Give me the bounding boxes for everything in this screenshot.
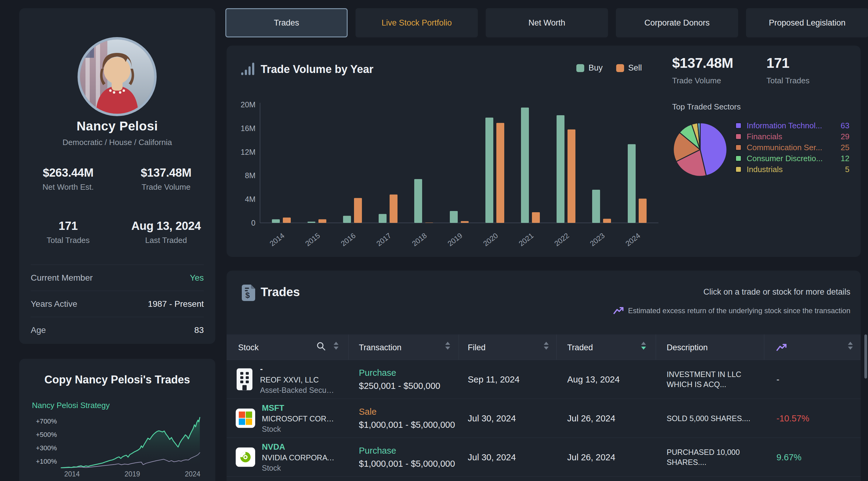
page-scrollbar-thumb[interactable] xyxy=(864,334,867,379)
nvidia-logo-icon xyxy=(236,448,255,467)
sector-legend-item-financials: Financials29 xyxy=(735,132,851,141)
table-row-msft[interactable]: MSFTMICROSOFT CORPORA...StockSale$1,000,… xyxy=(226,399,861,438)
tab-trades[interactable]: Trades xyxy=(225,8,348,37)
stat-value: $263.44M xyxy=(19,166,117,180)
sector-label: Industrials xyxy=(747,165,832,174)
column-divider xyxy=(348,334,348,360)
table-row-reof[interactable]: -REOF XXVI, LLCAsset-Backed Securiti...P… xyxy=(226,360,861,399)
big-stat-value: 171 xyxy=(767,55,810,71)
tab-proposed-legislation[interactable]: Proposed Legislation xyxy=(746,8,868,37)
svg-text:2019: 2019 xyxy=(124,470,140,478)
column-divider xyxy=(656,334,656,360)
building-icon xyxy=(236,368,253,391)
transaction-type: Purchase xyxy=(359,368,440,378)
filed-date: Sep 11, 2024 xyxy=(468,374,520,384)
transaction-type: Sale xyxy=(359,407,455,417)
transaction-type: Purchase xyxy=(359,446,455,456)
volume-chart-title: Trade Volume by Year xyxy=(261,63,373,76)
svg-text:2021: 2021 xyxy=(517,231,535,248)
column-header-description: Description xyxy=(666,343,708,352)
detail-value: 1987 - Present xyxy=(148,299,204,309)
politician-name: Nancy Pelosi xyxy=(19,119,215,133)
sort-toggle-return[interactable] xyxy=(848,342,853,350)
sort-toggle-transaction[interactable] xyxy=(445,342,450,350)
tab-net-worth[interactable]: Net Worth xyxy=(486,8,608,37)
stock-type: Asset-Backed Securiti... xyxy=(260,386,336,394)
search-icon[interactable] xyxy=(317,342,326,351)
svg-text:$: $ xyxy=(245,291,250,300)
transaction-cell: Sale$1,000,001 - $5,000,000 xyxy=(359,407,455,430)
sector-count: 25 xyxy=(832,143,849,152)
column-header-traded[interactable]: Traded xyxy=(567,343,593,352)
svg-text:20M: 20M xyxy=(241,100,255,109)
stat-label: Last Traded xyxy=(117,236,215,245)
sector-label: Consumer Discretio... xyxy=(747,154,832,163)
stock-text: MSFTMICROSOFT CORPORA...Stock xyxy=(262,403,338,433)
column-header-stock[interactable]: Stock xyxy=(238,343,259,352)
stock-text: NVDANVIDIA CORPORATION ...Stock xyxy=(262,442,338,472)
sector-legend-item-consumer-discretio-: Consumer Discretio...12 xyxy=(735,154,851,163)
top-sectors-title: Top Traded Sectors xyxy=(672,102,741,111)
sector-label: Information Technol... xyxy=(747,121,832,130)
sector-count: 63 xyxy=(832,121,849,130)
strategy-label: Nancy Pelosi Strategy xyxy=(32,401,110,410)
table-body: -REOF XXVI, LLCAsset-Backed Securiti...P… xyxy=(226,360,861,481)
bar-chart-icon xyxy=(241,61,254,75)
buy-sell-legend: BuySell xyxy=(576,63,642,73)
filed-date: Jul 30, 2024 xyxy=(468,413,516,423)
copy-trades-title: Copy Nancy Pelosi's Trades xyxy=(19,373,215,386)
traded-date: Aug 13, 2024 xyxy=(567,374,620,384)
sector-count: 12 xyxy=(832,154,849,163)
volume-stat-trade-volume: $137.48MTrade Volume xyxy=(672,55,733,86)
detail-value: 83 xyxy=(194,325,204,335)
tab-live-stock-portfolio[interactable]: Live Stock Portfolio xyxy=(355,8,478,37)
sort-toggle-filed[interactable] xyxy=(544,342,549,350)
stat-label: Net Worth Est. xyxy=(19,183,117,192)
stock-cell: NVDANVIDIA CORPORATION ...Stock xyxy=(236,442,345,472)
return-column-trend-icon xyxy=(776,344,787,351)
sector-swatch xyxy=(735,144,742,151)
svg-text:2018: 2018 xyxy=(410,231,428,248)
profile-card: Nancy Pelosi Democratic / House / Califo… xyxy=(19,8,215,344)
transaction-amount: $250,001 - $500,000 xyxy=(359,381,440,391)
detail-row-years-active: Years Active1987 - Present xyxy=(31,291,204,317)
column-divider xyxy=(459,334,459,360)
traded-date: Jul 26, 2024 xyxy=(567,413,615,423)
stock-type: Stock xyxy=(262,463,338,472)
profile-stat: Aug 13, 2024Last Traded xyxy=(117,220,215,245)
sector-count: 5 xyxy=(832,165,849,174)
traded-date: Jul 26, 2024 xyxy=(567,452,615,462)
portrait-placeholder-graphic xyxy=(80,39,154,114)
transaction-cell: Purchase$250,001 - $500,000 xyxy=(359,368,440,391)
svg-text:2023: 2023 xyxy=(588,231,606,248)
detail-row-current-member: Current MemberYes xyxy=(31,265,204,291)
svg-text:+300%: +300% xyxy=(36,444,57,452)
legend-item-buy: Buy xyxy=(576,63,603,73)
copy-trades-card[interactable]: Copy Nancy Pelosi's Trades Nancy Pelosi … xyxy=(19,359,215,481)
trades-card: $ Trades Click on a trade or stock for m… xyxy=(226,270,861,481)
sector-legend-item-information-technol-: Information Technol...63 xyxy=(735,121,851,130)
svg-text:2024: 2024 xyxy=(624,231,642,248)
sort-toggle-stock[interactable] xyxy=(334,342,339,350)
stock-name: NVIDIA CORPORATION ... xyxy=(262,453,338,462)
filed-date: Jul 30, 2024 xyxy=(468,452,516,462)
transaction-amount: $1,000,001 - $5,000,000 xyxy=(359,420,455,430)
column-divider xyxy=(556,334,557,360)
stock-text: -REOF XXVI, LLCAsset-Backed Securiti... xyxy=(260,364,336,394)
column-header-filed[interactable]: Filed xyxy=(468,343,486,352)
svg-text:12M: 12M xyxy=(241,148,255,156)
table-row-nvda[interactable]: NVDANVIDIA CORPORATION ...StockPurchase$… xyxy=(226,438,861,477)
excess-return-value: 9.67% xyxy=(776,452,801,462)
sector-legend-item-communication-ser-: Communication Ser...25 xyxy=(735,143,851,152)
stock-cell: MSFTMICROSOFT CORPORA...Stock xyxy=(236,403,345,433)
transaction-cell: Purchase$1,000,001 - $5,000,000 xyxy=(359,446,455,469)
svg-text:2014: 2014 xyxy=(64,470,80,478)
stock-ticker: MSFT xyxy=(262,403,338,413)
column-header-transaction[interactable]: Transaction xyxy=(359,343,401,352)
big-stat-label: Trade Volume xyxy=(672,76,733,86)
volume-stat-total-trades: 171Total Trades xyxy=(767,55,810,86)
tab-corporate-donors[interactable]: Corporate Donors xyxy=(616,8,738,37)
detail-label: Current Member xyxy=(31,273,93,283)
sort-toggle-traded[interactable] xyxy=(641,342,646,350)
svg-text:8M: 8M xyxy=(245,171,255,180)
